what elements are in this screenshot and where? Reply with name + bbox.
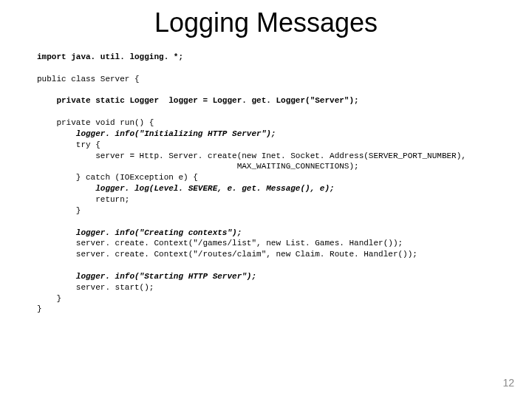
slide-title: Logging Messages xyxy=(0,0,532,52)
code-line: server = Http. Server. create(new Inet. … xyxy=(37,151,466,160)
code-line: } catch (IOException e) { xyxy=(37,173,198,182)
code-line: private static Logger logger = Logger. g… xyxy=(37,96,359,105)
code-line: MAX_WAITING_CONNECTIONS); xyxy=(37,162,359,171)
code-line: server. create. Context("/routes/claim",… xyxy=(37,250,417,259)
code-line: server. start(); xyxy=(37,283,154,292)
slide: Logging Messages import java. util. logg… xyxy=(0,0,532,399)
code-line: return; xyxy=(37,195,129,204)
code-line: } xyxy=(37,304,42,313)
page-number: 12 xyxy=(502,377,514,389)
code-line: logger. log(Level. SEVERE, e. get. Messa… xyxy=(37,184,335,193)
code-line: try { xyxy=(37,140,100,149)
code-line: } xyxy=(37,294,61,303)
code-line: server. create. Context("/games/list", n… xyxy=(37,239,403,248)
code-block: import java. util. logging. *; public cl… xyxy=(0,52,532,315)
code-line: import java. util. logging. *; xyxy=(37,52,183,61)
code-line: } xyxy=(37,206,81,215)
code-line: logger. info("Starting HTTP Server"); xyxy=(37,272,256,281)
code-line: logger. info("Creating contexts"); xyxy=(37,228,242,237)
code-line: public class Server { xyxy=(37,75,140,83)
code-line: logger. info("Initializing HTTP Server")… xyxy=(37,129,276,138)
code-line: private void run() { xyxy=(37,118,154,127)
